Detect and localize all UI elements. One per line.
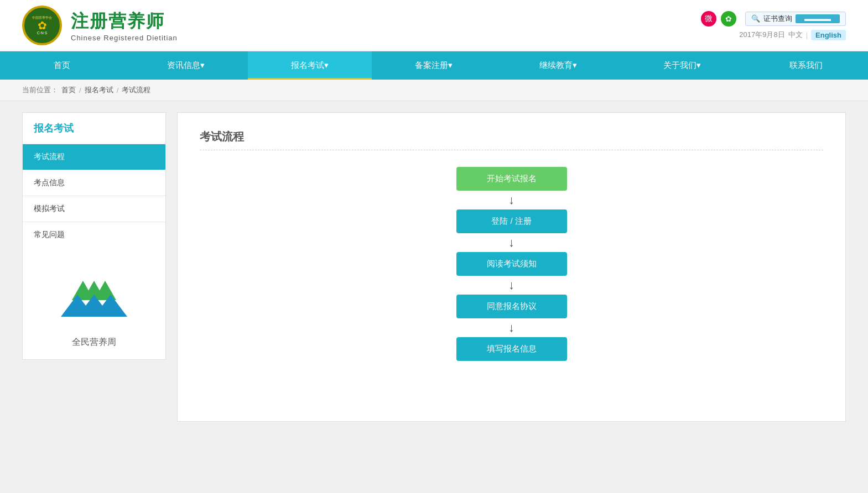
sidebar-title: 报名考试 [23,113,165,144]
nav-item-exam[interactable]: 报名考试▾ [248,51,372,80]
header-date: 2017年9月8日 [739,30,784,40]
lang-en-button[interactable]: English [811,30,846,40]
flow-step-login[interactable]: 登陆 / 注册 [456,209,567,233]
nav-item-home[interactable]: 首页 [0,51,124,80]
flow-step-start[interactable]: 开始考试报名 [456,167,567,191]
lang-separator: | [806,31,808,39]
nav-link-home: 首页 [0,51,124,80]
breadcrumb-sep-2: / [117,86,119,95]
header: 中国营养学会 ✿ C·N·S 注册营养师 Chinese Registered … [0,0,868,51]
header-right: 微 ✿ 🔍 证书查询 ▬▬▬▬ 2017年9月8日 中文 | English [701,11,846,40]
nav-link-register: 备案注册▾ [372,51,496,80]
flow-arrow-2: ↓ [508,237,514,249]
sidebar-item-exam-flow[interactable]: 考试流程 [23,144,165,170]
sidebar-logo-text: 全民营养周 [34,337,154,348]
sidebar-card: 报名考试 考试流程 考点信息 模拟考试 常见问题 [22,112,166,360]
logo-wheat-icon: ✿ [32,20,52,31]
logo-cns-text: C·N·S [32,31,52,35]
flow-step-read-notice[interactable]: 阅读考试须知 [456,252,567,276]
breadcrumb-current: 考试流程 [122,85,150,95]
nav-item-news[interactable]: 资讯信息▾ [124,51,248,80]
search-label: 证书查询 [763,14,792,24]
flow-arrow-4: ↓ [508,322,514,334]
site-title-sub: Chinese Registered Dietitian [71,34,178,42]
header-top-row: 微 ✿ 🔍 证书查询 ▬▬▬▬ [701,11,846,27]
nav-item-education[interactable]: 继续教育▾ [496,51,620,80]
nav-link-news: 资讯信息▾ [124,51,248,80]
weibo-icon[interactable]: 微 [701,11,716,27]
site-title-main: 注册营养师 [71,9,178,34]
content-title: 考试流程 [200,129,823,150]
wechat-icon[interactable]: ✿ [721,11,736,27]
search-highlight: ▬▬▬▬ [796,14,840,23]
sidebar-item-faq[interactable]: 常见问题 [23,222,165,248]
nav-item-contact[interactable]: 联系我们 [744,51,868,80]
nav-link-education: 继续教育▾ [496,51,620,80]
social-icons: 微 ✿ [701,11,736,27]
flow-arrow-1: ↓ [508,194,514,206]
sidebar-logo-area: 全民营养周 [23,253,165,359]
flow-diagram: 开始考试报名 ↓ 登陆 / 注册 ↓ 阅读考试须知 ↓ 同意报名协议 ↓ 填写报… [200,167,823,361]
lang-cn-button[interactable]: 中文 [788,30,803,40]
breadcrumb-home[interactable]: 首页 [61,85,76,95]
breadcrumb-exam[interactable]: 报名考试 [85,85,113,95]
search-area[interactable]: 🔍 证书查询 ▬▬▬▬ [745,12,846,26]
flow-step-agree[interactable]: 同意报名协议 [456,295,567,318]
site-logo: 中国营养学会 ✿ C·N·S [22,6,62,45]
breadcrumb-label: 当前位置： [22,85,58,95]
nav-link-about: 关于我们▾ [620,51,744,80]
site-title: 注册营养师 Chinese Registered Dietitian [71,9,178,42]
sidebar: 报名考试 考试流程 考点信息 模拟考试 常见问题 [22,112,166,422]
content-area: 考试流程 开始考试报名 ↓ 登陆 / 注册 ↓ 阅读考试须知 ↓ 同意报名协议 … [177,112,846,422]
sidebar-menu: 考试流程 考点信息 模拟考试 常见问题 [23,144,165,248]
main-nav: 首页 资讯信息▾ 报名考试▾ 备案注册▾ 继续教育▾ 关于我们▾ 联系我们 [0,51,868,80]
breadcrumb-bar: 当前位置： 首页 / 报名考试 / 考试流程 [0,80,868,101]
sidebar-item-mock-exam[interactable]: 模拟考试 [23,196,165,222]
nav-item-about[interactable]: 关于我们▾ [620,51,744,80]
header-left: 中国营养学会 ✿ C·N·S 注册营养师 Chinese Registered … [22,6,178,45]
lang-switch: 2017年9月8日 中文 | English [739,30,846,40]
flow-step-fill-info[interactable]: 填写报名信息 [456,337,567,361]
nav-item-register[interactable]: 备案注册▾ [372,51,496,80]
nav-link-exam: 报名考试▾ [248,51,372,80]
flow-arrow-3: ↓ [508,279,514,291]
search-icon: 🔍 [751,14,760,23]
sidebar-item-exam-location[interactable]: 考点信息 [23,170,165,196]
nav-link-contact: 联系我们 [744,51,868,80]
nutrition-week-logo [50,264,138,331]
main-content: 报名考试 考试流程 考点信息 模拟考试 常见问题 [0,101,868,433]
breadcrumb: 当前位置： 首页 / 报名考试 / 考试流程 [22,85,846,95]
breadcrumb-sep-1: / [79,86,81,95]
